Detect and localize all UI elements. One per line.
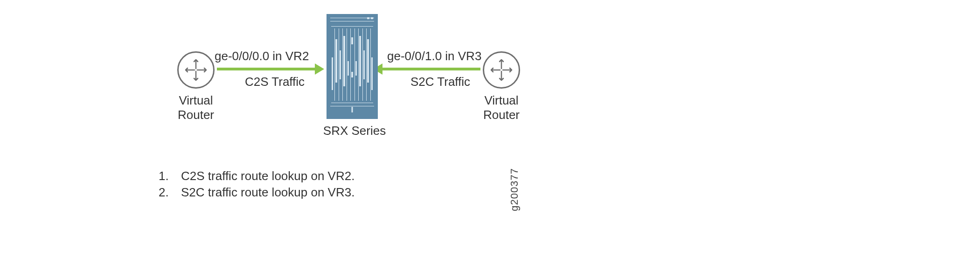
- right-router-label: Virtual Router: [473, 93, 529, 122]
- router-icon: [177, 51, 215, 89]
- network-diagram: Virtual Router Virtual Router ge-0/0/0.0…: [0, 0, 980, 258]
- left-interface-label: ge-0/0/0.0 in VR2: [215, 49, 309, 63]
- left-traffic-arrow: [217, 68, 317, 70]
- right-interface-label: ge-0/0/1.0 in VR3: [387, 49, 481, 63]
- left-router-label: Virtual Router: [168, 93, 224, 122]
- note-line: 2. S2C traffic route lookup on VR3.: [159, 184, 354, 201]
- right-virtual-router: [483, 51, 520, 89]
- srx-device-label: SRX Series: [322, 124, 387, 138]
- left-traffic-label: C2S Traffic: [245, 75, 305, 89]
- right-traffic-arrow: [380, 68, 480, 70]
- left-virtual-router: [177, 51, 215, 89]
- note-number: 1.: [159, 168, 173, 184]
- router-arrows-icon: [487, 56, 515, 84]
- router-icon: [483, 51, 520, 89]
- router-arrows-icon: [182, 56, 210, 84]
- note-text: C2S traffic route lookup on VR2.: [181, 168, 354, 184]
- diagram-notes: 1. C2S traffic route lookup on VR2. 2. S…: [159, 168, 354, 201]
- right-traffic-label: S2C Traffic: [410, 75, 470, 89]
- figure-id: g200377: [508, 168, 521, 211]
- note-number: 2.: [159, 184, 173, 201]
- srx-device-icon: [327, 14, 378, 119]
- note-line: 1. C2S traffic route lookup on VR2.: [159, 168, 354, 184]
- arrowhead-right-icon: [315, 63, 324, 75]
- note-text: S2C traffic route lookup on VR3.: [181, 184, 354, 201]
